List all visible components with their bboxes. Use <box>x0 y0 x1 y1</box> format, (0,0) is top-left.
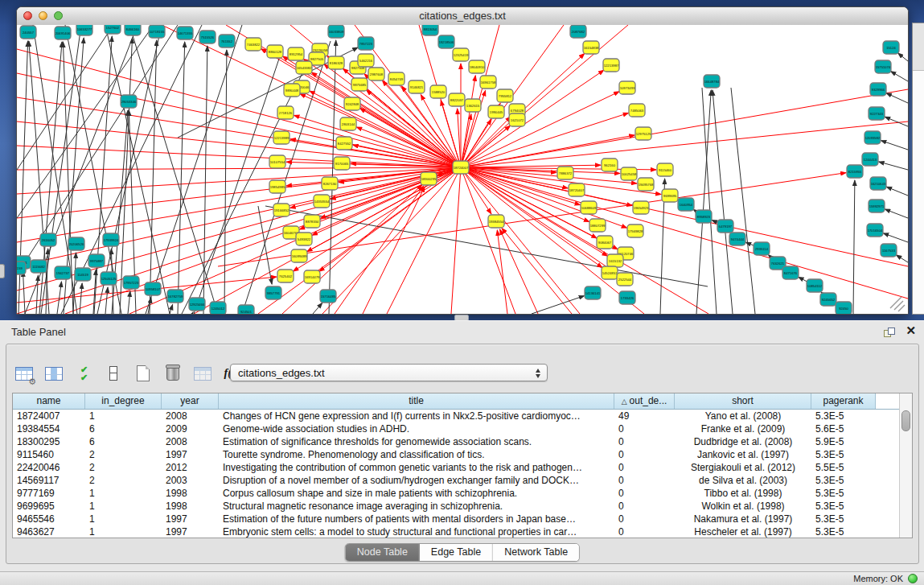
graph-node[interactable]: 240557 <box>20 26 36 39</box>
graph-node[interactable]: 9115460 <box>657 163 673 176</box>
graph-node[interactable]: 8454749 <box>388 72 405 85</box>
graph-node[interactable]: 16782759 <box>167 290 183 303</box>
graph-node[interactable]: 9170065 <box>334 157 350 170</box>
graph-node[interactable]: 2935114 <box>754 242 770 255</box>
graph-node[interactable]: 8471676 <box>782 266 799 279</box>
graph-node[interactable]: 15751074 <box>875 60 891 73</box>
graph-node[interactable]: 18300295 <box>421 172 437 185</box>
graph-node[interactable]: 12923466 <box>189 298 205 311</box>
graph-node[interactable]: 1588520 <box>430 85 446 98</box>
graph-node[interactable]: 10688609 <box>581 201 597 214</box>
graph-node[interactable]: 12975125 <box>635 127 651 140</box>
graph-node[interactable]: 1167533 <box>881 244 897 257</box>
graph-node[interactable]: 17569828 <box>627 225 643 237</box>
graph-node[interactable]: 8822037 <box>449 93 465 106</box>
graph-node[interactable]: 8878334 <box>304 215 320 228</box>
graph-node[interactable]: 9975887 <box>88 254 105 267</box>
graph-node[interactable]: 14353554 <box>314 195 330 208</box>
graph-node[interactable]: 12325419 <box>453 48 469 61</box>
table-row[interactable]: 1872400712008Changes of HCN gene express… <box>13 410 912 422</box>
graph-node[interactable]: 18720407 <box>569 183 585 196</box>
graph-node[interactable]: 8466160 <box>125 25 141 35</box>
column-header-title[interactable]: title <box>219 393 614 409</box>
graph-node[interactable]: 9242848 <box>344 97 360 110</box>
graph-node[interactable]: 9329966 <box>870 83 886 96</box>
graph-node[interactable]: 20691406 <box>55 27 71 39</box>
tab-edge-table[interactable]: Edge Table <box>420 544 493 561</box>
graph-node[interactable]: 10719155 <box>149 25 165 38</box>
graph-node[interactable]: 17016504 <box>867 224 883 237</box>
graph-node[interactable]: 924501 <box>238 305 254 314</box>
close-panel-icon[interactable]: ✕ <box>906 323 916 338</box>
graph-node[interactable]: 15716485 <box>320 290 336 303</box>
table-row[interactable]: 977716911998Corpus callosum shape and si… <box>13 487 912 500</box>
resize-grip-icon[interactable] <box>898 305 905 311</box>
graph-node[interactable]: 16543382 <box>296 61 312 74</box>
graph-node[interactable]: 16154838 <box>583 41 599 54</box>
graph-node[interactable]: 9474444 <box>729 233 745 245</box>
graph-node[interactable]: 2803144 <box>340 117 356 130</box>
memory-status-icon[interactable] <box>908 574 918 583</box>
graph-node[interactable]: 92450 <box>836 302 852 314</box>
table-row[interactable]: 946554611997Estimation of the future num… <box>13 513 912 525</box>
graph-node[interactable]: 16648784 <box>704 75 720 88</box>
select-all-button[interactable]: ✔✔ <box>74 364 93 383</box>
graph-node[interactable]: 8912954 <box>288 47 304 60</box>
graph-node[interactable]: 2718126 <box>277 106 294 119</box>
graph-node[interactable]: 9857791 <box>265 286 281 299</box>
graph-node[interactable]: 17957223 <box>123 276 139 289</box>
table-row[interactable]: 969969511998Structural magnetic resonanc… <box>13 500 912 513</box>
graph-node[interactable]: 12213987 <box>603 59 619 72</box>
column-header-in_degree[interactable]: in_degree <box>85 393 162 409</box>
network-window-titlebar[interactable]: citations_edges.txt <box>17 7 908 26</box>
graph-node[interactable]: 15992971 <box>869 200 885 212</box>
graph-node[interactable]: 1615132 <box>607 254 623 267</box>
graph-node[interactable]: 1733426 <box>619 291 635 304</box>
graph-node[interactable]: 19495768 <box>638 178 654 191</box>
graph-node[interactable]: 1990445 <box>488 105 504 118</box>
create-column-button[interactable] <box>133 364 153 383</box>
column-header-year[interactable]: year <box>162 393 219 409</box>
graph-node[interactable]: 8427552 <box>336 137 352 150</box>
table-row[interactable]: 911546021997Tourette syndrome. Phenomeno… <box>13 448 912 461</box>
graph-node[interactable]: 9699695 <box>662 189 678 202</box>
delete-column-button[interactable] <box>163 364 183 383</box>
graph-node[interactable]: 9875685 <box>351 78 368 91</box>
west-panel-grip[interactable] <box>0 264 5 278</box>
graph-node[interactable]: 9890448 <box>284 84 300 97</box>
table-row[interactable]: 1830029562008Estimation of significance … <box>13 435 912 448</box>
graph-node[interactable]: 12213989 <box>273 131 290 144</box>
graph-node[interactable]: 1640954 <box>678 198 694 211</box>
graph-node[interactable]: 39159 <box>17 262 26 274</box>
graph-node[interactable]: 9245652 <box>820 293 836 306</box>
network-canvas[interactable]: 1872400718300295193845547463822886012889… <box>17 25 908 314</box>
graph-node[interactable]: 12093582 <box>864 131 881 144</box>
graph-node[interactable]: 18724007 <box>453 161 469 174</box>
table-row[interactable]: 2242004622012Investigating the contribut… <box>13 461 912 474</box>
graph-node[interactable]: 8186328 <box>328 56 344 69</box>
graph-node[interactable]: 7515526 <box>199 31 216 43</box>
graph-node[interactable]: 20206526 <box>68 237 84 250</box>
graph-node[interactable]: 10107554 <box>269 155 285 168</box>
graph-node[interactable]: 9227343 <box>869 107 885 120</box>
graph-node[interactable]: 8215955 <box>847 165 863 178</box>
graph-node[interactable]: 15124 <box>883 41 899 54</box>
tab-network-table[interactable]: Network Table <box>493 544 579 561</box>
graph-node[interactable]: 16210643 <box>870 177 886 190</box>
graph-node[interactable]: 8860128 <box>267 45 283 58</box>
graph-node[interactable]: 7857223 <box>358 37 374 50</box>
graph-node[interactable]: 5493822 <box>296 233 312 245</box>
float-window-icon[interactable] <box>884 328 895 337</box>
table-scrollbar[interactable] <box>899 393 912 538</box>
graph-node[interactable]: 8267130 <box>322 177 338 190</box>
graph-node[interactable]: 10973493 <box>619 81 635 94</box>
graph-node[interactable]: 1942737 <box>55 266 71 279</box>
graph-node[interactable]: 9146821 <box>409 80 425 93</box>
graph-node[interactable]: 962160 <box>602 159 618 171</box>
show-columns-button[interactable] <box>44 364 64 383</box>
graph-node[interactable]: 16033809 <box>328 25 344 38</box>
column-header-out_de[interactable]: △out_de... <box>614 393 675 409</box>
tab-node-table[interactable]: Node Table <box>346 544 420 561</box>
table-mode-button[interactable]: ⚙ <box>14 364 34 383</box>
graph-node[interactable]: 14136141 <box>585 286 601 299</box>
